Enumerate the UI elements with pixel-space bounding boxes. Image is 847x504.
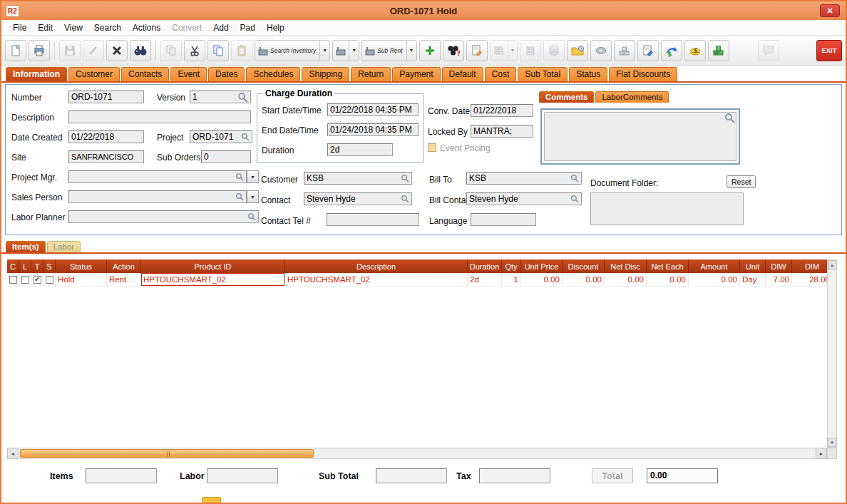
col-t[interactable]: T — [31, 259, 43, 273]
site-field[interactable]: SANFRANCISCO — [68, 150, 144, 163]
cell-diw[interactable]: 7.00 — [766, 273, 792, 286]
tab-default[interactable]: Default — [442, 67, 483, 81]
cell-duration[interactable]: 2d — [468, 273, 502, 286]
cell-unit[interactable]: Day — [740, 273, 766, 286]
price-list-button[interactable]: $ — [684, 40, 706, 61]
project-mgr-dropdown[interactable]: ▼ — [247, 170, 259, 183]
col-s[interactable]: S — [43, 259, 56, 273]
col-qty[interactable]: Qty — [502, 259, 521, 273]
customer-field[interactable]: KSB — [304, 172, 412, 185]
search-icon[interactable] — [401, 174, 409, 182]
project-mgr-field[interactable] — [68, 170, 247, 183]
chevron-down-icon[interactable]: ▼ — [349, 41, 356, 61]
cell-net-each[interactable]: 0.00 — [647, 273, 689, 286]
tab-comments[interactable]: Comments — [539, 91, 594, 103]
new-document-button[interactable] — [5, 40, 26, 61]
search-icon[interactable] — [241, 133, 250, 141]
col-action[interactable]: Action — [107, 259, 141, 273]
tab-contacts[interactable]: Contacts — [121, 67, 169, 81]
close-button[interactable]: ✕ — [820, 4, 840, 17]
locked-by-field[interactable]: MANTRA; — [471, 125, 533, 138]
tax-field[interactable] — [479, 468, 550, 483]
add-item-button[interactable] — [419, 40, 441, 61]
number-field[interactable]: ORD-1071 — [68, 91, 144, 103]
tab-customer[interactable]: Customer — [68, 67, 120, 81]
bottom-tab-stub[interactable] — [202, 497, 221, 503]
menu-file[interactable]: File — [7, 21, 32, 34]
contact-tel-field[interactable] — [327, 213, 419, 226]
comments-textarea[interactable] — [544, 112, 736, 161]
horizontal-scrollbar[interactable]: ◄ ► — [7, 448, 837, 459]
sales-person-field[interactable] — [68, 190, 247, 203]
cell-discount[interactable]: 0.00 — [563, 273, 605, 286]
description-field[interactable] — [68, 110, 251, 123]
chevron-down-icon[interactable]: ▼ — [319, 41, 327, 61]
copy-button[interactable] — [207, 40, 229, 61]
tab-event[interactable]: Event — [170, 67, 207, 81]
sub-total-field[interactable] — [376, 468, 447, 483]
start-datetime-field[interactable]: 01/22/2018 04:35 PM — [327, 103, 419, 116]
bill-contact-field[interactable]: Steven Hyde — [466, 192, 582, 205]
col-description[interactable]: Description — [285, 259, 468, 273]
menu-edit[interactable]: Edit — [32, 21, 58, 34]
sub-orders-field[interactable]: 0 — [201, 150, 251, 163]
scrollbar-thumb[interactable] — [20, 449, 314, 458]
tab-flat-discounts[interactable]: Flat Discounts — [609, 67, 677, 81]
tab-information[interactable]: Information — [6, 67, 67, 81]
delete-button[interactable] — [106, 40, 128, 61]
scroll-up-icon[interactable]: ▲ — [828, 260, 836, 269]
scroll-left-icon[interactable]: ◄ — [7, 448, 19, 459]
menu-search[interactable]: Search — [88, 21, 127, 34]
document-folder-box[interactable] — [590, 192, 744, 225]
tab-shipping[interactable]: Shipping — [302, 67, 349, 81]
cell-net-disc[interactable]: 0.00 — [605, 273, 647, 286]
labor-total-field[interactable] — [207, 468, 278, 483]
menu-help[interactable]: Help — [261, 21, 290, 34]
contact-field[interactable]: Steven Hyde — [304, 192, 412, 205]
scroll-right-icon[interactable]: ► — [816, 448, 827, 459]
col-net-disc[interactable]: Net Disc — [605, 259, 647, 273]
tab-cost[interactable]: Cost — [485, 67, 517, 81]
tab-schedules[interactable]: Schedules — [246, 67, 300, 81]
search-icon[interactable] — [237, 92, 248, 103]
col-c[interactable]: C — [7, 259, 19, 273]
sales-person-dropdown[interactable]: ▼ — [247, 190, 259, 203]
tab-items[interactable]: Item(s) — [6, 241, 46, 252]
menu-add[interactable]: Add — [207, 21, 234, 34]
exit-button[interactable]: EXIT — [816, 40, 842, 61]
print-button[interactable] — [29, 40, 50, 61]
cell-status[interactable]: Hold — [56, 273, 107, 286]
disc-button[interactable] — [590, 40, 612, 61]
checkbox-t[interactable]: ✔ — [34, 276, 41, 284]
tab-status[interactable]: Status — [569, 67, 607, 81]
version-field[interactable]: 1 — [190, 91, 251, 103]
tab-sub-total[interactable]: Sub Total — [518, 67, 568, 81]
menu-view[interactable]: View — [58, 21, 88, 34]
cut-button[interactable] — [184, 40, 205, 61]
search-icon[interactable] — [401, 195, 409, 203]
col-diw[interactable]: DIW — [766, 259, 792, 273]
inventory-cubes-button[interactable] — [708, 40, 729, 61]
cell-action[interactable]: Rent — [107, 273, 141, 286]
scroll-down-icon[interactable]: ▼ — [828, 438, 836, 447]
col-net-each[interactable]: Net Each — [647, 259, 689, 273]
col-unit-price[interactable]: Unit Price — [521, 259, 563, 273]
currency-exchange-button[interactable]: $ — [661, 40, 682, 61]
col-discount[interactable]: Discount — [563, 259, 605, 273]
table-row[interactable]: ✔ Hold Rent HPTOUCHSMART_02 HPTOUCHSMART… — [7, 273, 827, 287]
col-status[interactable]: Status — [56, 259, 107, 273]
search-icon[interactable] — [235, 173, 244, 181]
find-button[interactable] — [130, 40, 151, 61]
kit-button[interactable]: ? — [443, 40, 464, 61]
cell-unit-price[interactable]: 0.00 — [521, 273, 563, 286]
sub-rent-button[interactable]: Sub Rent ▼ — [361, 40, 416, 61]
edit-notes-button[interactable] — [637, 40, 659, 61]
tab-return[interactable]: Return — [351, 67, 391, 81]
search-icon[interactable] — [724, 113, 735, 123]
col-duration[interactable]: Duration — [468, 259, 502, 273]
duration-field[interactable]: 2d — [327, 143, 393, 156]
menu-actions[interactable]: Actions — [127, 21, 166, 34]
search-icon[interactable] — [247, 212, 256, 221]
cell-qty[interactable]: 1 — [502, 273, 521, 286]
note-edit-button[interactable] — [466, 40, 488, 61]
